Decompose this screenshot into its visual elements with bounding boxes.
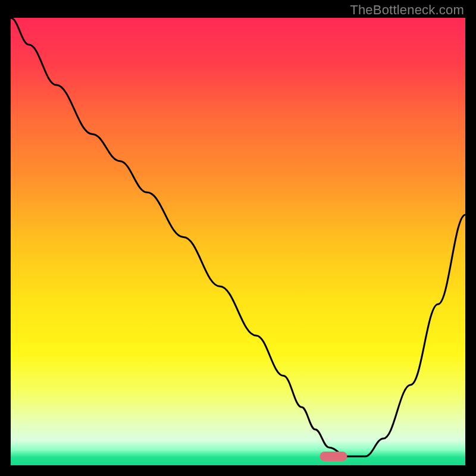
watermark-text: TheBottleneck.com (350, 2, 464, 18)
optimal-marker (320, 452, 347, 461)
gradient-background (11, 18, 465, 465)
bottleneck-chart (11, 18, 465, 465)
chart-frame (11, 18, 465, 465)
